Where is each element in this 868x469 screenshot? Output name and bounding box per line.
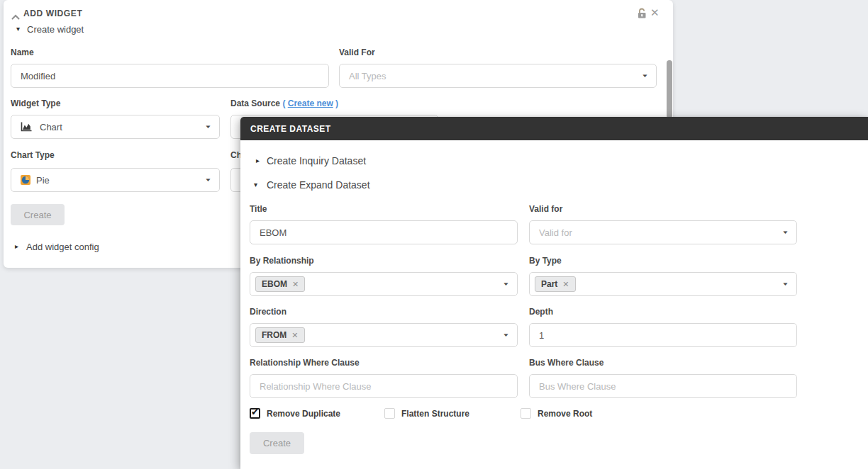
direction-chip: FROM ✕ [255, 327, 305, 343]
checkbox-label: Remove Duplicate [267, 409, 340, 419]
dataset-create-button[interactable]: Create [250, 432, 304, 454]
modal-valid-for-placeholder: Valid for [539, 227, 572, 238]
collapse-chevron-icon[interactable] [11, 10, 20, 23]
bus-where-label: Bus Where Clause [529, 358, 603, 368]
rel-where-label: Relationship Where Clause [250, 358, 360, 368]
widget-create-button[interactable]: Create [11, 204, 65, 225]
modal-title: CREATE DATASET [250, 124, 331, 134]
chevron-down-icon: ▼ [781, 282, 789, 286]
modal-valid-for-select[interactable]: Valid for ▼ [529, 220, 797, 244]
panel-title: ADD WIDGET [23, 9, 82, 18]
depth-label: Depth [529, 307, 553, 317]
checkbox-box[interactable] [250, 408, 260, 419]
create-inquiry-dataset-item[interactable]: Create Inquiry Dataset [267, 155, 366, 166]
data-source-label-text: Data Source [230, 98, 280, 108]
relationship-chip-text: EBOM [262, 279, 287, 289]
checkbox-flatten-structure[interactable]: Flatten Structure [384, 408, 469, 419]
data-source-label: Data Source ( Create new ) [230, 98, 338, 108]
create-expand-dataset-item[interactable]: Create Expand Dataset [267, 179, 370, 191]
checkbox-label: Flatten Structure [401, 409, 469, 419]
panel-scrollbar-thumb[interactable] [667, 60, 672, 118]
checkbox-box[interactable] [384, 408, 395, 419]
chevron-down-icon: ▼ [641, 74, 648, 78]
widget-type-select[interactable]: Chart ▼ [11, 115, 220, 139]
expand-expand-icon[interactable]: ▾ [254, 181, 257, 188]
by-type-label: By Type [529, 256, 562, 266]
lock-icon[interactable] [637, 8, 647, 22]
chart-type-select[interactable]: Pie ▼ [11, 168, 220, 192]
chart-icon [21, 122, 32, 132]
checkbox-label: Remove Root [538, 409, 592, 419]
direction-label: Direction [250, 307, 286, 317]
name-label: Name [11, 47, 34, 57]
type-chip-text: Part [541, 279, 557, 289]
rel-where-input[interactable] [250, 374, 518, 398]
chevron-down-icon: ▼ [502, 333, 509, 337]
valid-for-label: Valid For [339, 47, 375, 57]
pie-chart-icon [21, 175, 30, 185]
modal-valid-for-label: Valid for [529, 204, 562, 214]
create-widget-section-label[interactable]: Create widget [27, 24, 84, 35]
by-relationship-select[interactable]: EBOM ✕ ▼ [250, 272, 518, 296]
name-input[interactable] [11, 64, 329, 88]
chevron-down-icon: ▼ [502, 282, 509, 286]
checkbox-remove-root[interactable]: Remove Root [521, 408, 592, 419]
depth-input[interactable] [529, 323, 797, 347]
by-relationship-label: By Relationship [250, 256, 314, 266]
chevron-down-icon: ▼ [204, 178, 211, 182]
chevron-down-icon: ▼ [781, 230, 789, 234]
config-expand-icon[interactable]: ▸ [15, 243, 18, 250]
widget-type-value: Chart [40, 122, 62, 132]
add-widget-config-toggle[interactable]: Add widget config [26, 242, 99, 252]
checkbox-remove-duplicate[interactable]: Remove Duplicate [250, 408, 340, 419]
relationship-chip: EBOM ✕ [255, 276, 305, 292]
direction-select[interactable]: FROM ✕ ▼ [250, 323, 518, 347]
title-input[interactable] [250, 220, 518, 244]
type-chip: Part ✕ [535, 276, 576, 292]
chevron-down-icon: ▼ [204, 125, 211, 129]
valid-for-select[interactable]: All Types ▼ [339, 64, 657, 88]
close-icon[interactable]: ✕ [650, 6, 660, 19]
chart-type-value: Pie [36, 175, 50, 186]
modal-header: CREATE DATASET [240, 117, 868, 140]
chip-remove-icon[interactable]: ✕ [562, 280, 569, 289]
paren-open: ( [282, 98, 285, 108]
chip-remove-icon[interactable]: ✕ [291, 331, 298, 340]
by-type-select[interactable]: Part ✕ ▼ [529, 272, 797, 296]
chip-remove-icon[interactable]: ✕ [292, 280, 299, 289]
chart-type-label: Chart Type [11, 150, 55, 160]
create-dataset-modal: CREATE DATASET ▸ Create Inquiry Dataset … [240, 117, 868, 469]
title-label: Title [250, 204, 267, 214]
direction-chip-text: FROM [262, 330, 286, 340]
create-new-link[interactable]: ( Create new ) [282, 98, 338, 108]
checkbox-box[interactable] [521, 408, 531, 419]
inquiry-expand-icon[interactable]: ▸ [256, 157, 260, 164]
section-expand-icon[interactable]: ▾ [16, 26, 20, 33]
create-new-link-text[interactable]: Create new [288, 98, 333, 108]
paren-close: ) [335, 98, 338, 108]
valid-for-placeholder: All Types [349, 71, 386, 81]
widget-type-label: Widget Type [11, 98, 60, 108]
bus-where-input[interactable] [529, 374, 797, 398]
